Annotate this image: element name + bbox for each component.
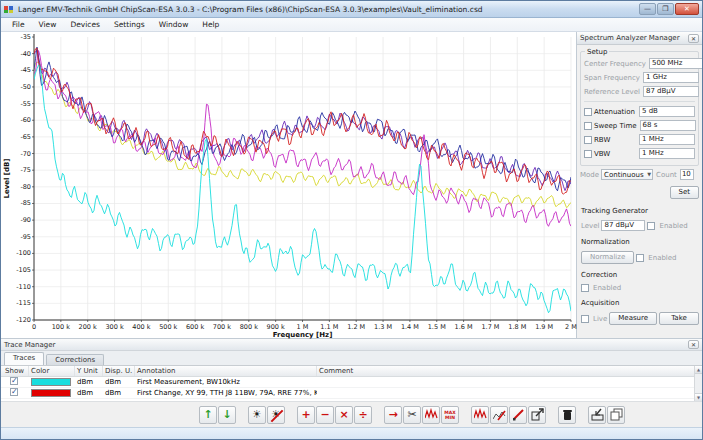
title-bar[interactable]: Langer EMV-Technik GmbH ChipScan-ESA 3.0… [1, 1, 702, 18]
column-header-color[interactable]: Color [29, 366, 75, 376]
svg-text:1.1 M: 1.1 M [320, 323, 338, 331]
svg-text:1.8 M: 1.8 M [508, 323, 526, 331]
svg-text:300 k: 300 k [105, 323, 123, 331]
count-input[interactable]: 10 [680, 169, 694, 180]
take-button[interactable]: Take [659, 312, 699, 325]
add-traces-button[interactable]: + [297, 406, 315, 424]
sweep-time-input[interactable]: 68 s [640, 120, 696, 131]
set-button[interactable]: Set [670, 186, 700, 199]
menu-item-window[interactable]: Window [152, 19, 196, 30]
trace-color-swatch[interactable] [31, 389, 71, 397]
cut-trace-icon: ✂ [407, 409, 416, 420]
column-header-show[interactable]: Show [1, 366, 29, 376]
menu-item-view[interactable]: View [32, 19, 64, 30]
normalization-enabled-label: Enabled [648, 254, 676, 262]
shift-trace-button[interactable]: → [384, 406, 402, 424]
cb-field-label-0: Attenuation [594, 108, 639, 116]
trace-manager-panel: Trace Manager ✕ TracesCorrections ShowCo… [1, 338, 702, 401]
table-row[interactable]: dBmdBmFirst Measurement, BW10kHz [1, 377, 702, 388]
trace-table: ShowColorY UnitDisp. U.AnnotationComment… [1, 365, 702, 401]
normalization-enabled-checkbox[interactable] [636, 254, 644, 262]
sa-panel-close-icon[interactable]: ✕ [688, 34, 699, 43]
tab-corrections[interactable]: Corrections [46, 354, 104, 365]
field-input-2[interactable]: 87 dBµV [643, 86, 699, 97]
multiply-traces-button[interactable]: × [335, 406, 353, 424]
y-unit-value: dBm [75, 389, 103, 397]
attenuation-checkbox[interactable] [584, 108, 592, 116]
show-checkbox[interactable] [10, 388, 18, 396]
attenuation-input[interactable]: 5 dB [639, 106, 695, 117]
vbw-input[interactable]: 1 MHz [639, 148, 695, 159]
minimize-button[interactable]: — [639, 3, 656, 15]
rbw-input[interactable]: 1 MHz [639, 134, 695, 145]
normalize-button[interactable]: Normalize [581, 251, 634, 264]
highlight-off-button[interactable]: ☀ [267, 406, 285, 424]
correction-enabled-checkbox[interactable] [581, 284, 589, 292]
column-header-comment[interactable]: Comment [317, 366, 702, 376]
setup-groupbox: Setup Center Frequency500 MHzSpan Freque… [580, 51, 699, 166]
menu-item-devices[interactable]: Devices [63, 19, 107, 30]
mode-select[interactable]: Continuous ▼ [601, 169, 653, 180]
sa-panel-header[interactable]: Spectrum Analyzer Manager ✕ [577, 32, 702, 45]
delete-trace-button[interactable] [558, 406, 576, 424]
tg-enabled-checkbox[interactable] [647, 222, 655, 230]
duplicate-trace-button[interactable] [607, 406, 625, 424]
window-title: Langer EMV-Technik GmbH ChipScan-ESA 3.0… [18, 5, 639, 14]
menu-item-help[interactable]: Help [195, 19, 226, 30]
vbw-checkbox[interactable] [584, 150, 592, 158]
tg-level-input[interactable]: 87 dBµV [601, 220, 645, 231]
column-header-disp-u-[interactable]: Disp. U. [103, 366, 135, 376]
rbw-checkbox[interactable] [584, 136, 592, 144]
field-input-0[interactable]: 500 MHz [649, 58, 703, 69]
show-checkbox[interactable] [10, 377, 18, 385]
subtract-traces-button[interactable]: − [316, 406, 334, 424]
cut-trace-button[interactable]: ✂ [403, 406, 421, 424]
duplicate-trace-icon [610, 408, 623, 421]
chart-grid [34, 37, 571, 320]
import-trace-button[interactable] [588, 406, 606, 424]
table-row[interactable]: dBmdBmFirst Change, XY 99, TTH J8 11BW, … [1, 388, 702, 399]
trace-toolbar: ↑↓☀☀+−×÷→✂MAXMIN [1, 401, 702, 427]
trace-manager-tabs: TracesCorrections [1, 351, 702, 365]
scroll-down-icon[interactable]: ▼ [695, 393, 702, 401]
live-checkbox[interactable] [581, 315, 589, 323]
svg-text:-115: -115 [16, 299, 31, 307]
measure-button[interactable]: Measure [609, 312, 657, 325]
peak-detect-button[interactable] [422, 406, 440, 424]
column-header-y-unit[interactable]: Y Unit [75, 366, 103, 376]
menu-item-file[interactable]: File [5, 19, 32, 30]
trace-manager-header[interactable]: Trace Manager ✕ [1, 339, 702, 351]
y-unit-value: dBm [75, 378, 103, 386]
trace-color-swatch[interactable] [31, 378, 71, 386]
svg-text:400 k: 400 k [132, 323, 150, 331]
trace-manager-close-icon[interactable]: ✕ [688, 340, 699, 349]
menu-item-settings[interactable]: Settings [107, 19, 152, 30]
svg-text:-80: -80 [20, 183, 31, 191]
export-trace-button[interactable] [528, 406, 546, 424]
move-trace-down-button[interactable]: ↓ [218, 406, 236, 424]
tab-traces[interactable]: Traces [4, 352, 44, 365]
svg-text:-45: -45 [20, 66, 31, 74]
x-axis-label: Frequency [Hz] [273, 331, 333, 339]
field-input-1[interactable]: 1 GHz [643, 72, 699, 83]
max-min-button[interactable]: MAXMIN [441, 406, 459, 424]
envelope-button[interactable] [471, 406, 489, 424]
svg-text:-85: -85 [20, 199, 31, 207]
field-label-1: Span Frequency [584, 74, 643, 82]
edit-trace-button[interactable] [490, 406, 508, 424]
tracking-generator-label: Tracking Generator [581, 207, 699, 215]
svg-text:1.2 M: 1.2 M [347, 323, 365, 331]
svg-text:-75: -75 [20, 166, 31, 174]
divider [584, 101, 695, 102]
maximize-button[interactable]: ❐ [657, 3, 674, 15]
draw-trace-button[interactable] [509, 406, 527, 424]
table-scrollbar[interactable]: ▲ ▼ [694, 366, 702, 401]
move-trace-up-button[interactable]: ↑ [199, 406, 217, 424]
sweep-time-checkbox[interactable] [584, 122, 592, 130]
highlight-on-button[interactable]: ☀ [248, 406, 266, 424]
column-header-annotation[interactable]: Annotation [135, 366, 317, 376]
scroll-up-icon[interactable]: ▲ [695, 366, 702, 374]
divide-traces-button[interactable]: ÷ [354, 406, 372, 424]
peak-detect-icon [425, 408, 438, 421]
close-button[interactable]: ✕ [675, 3, 699, 15]
